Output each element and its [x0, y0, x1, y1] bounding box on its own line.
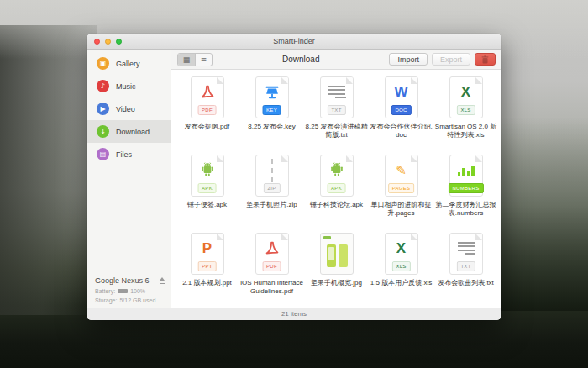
sidebar-item-gallery[interactable]: ▣ Gallery [87, 52, 171, 75]
zipper-glyph [271, 159, 273, 182]
file-name: 坚果手机照片.zip [246, 201, 297, 209]
file-name: 发布会歌曲列表.txt [438, 279, 494, 287]
file-name: 锤子科技论坛.apk [310, 201, 363, 209]
file-name: 锤子便签.apk [187, 201, 227, 209]
file-tile[interactable]: APK 锤子科技论坛.apk [304, 155, 369, 233]
device-info: Google Nexus 6 Battery: 100% Storage: 5/… [95, 276, 166, 303]
pdf-file-icon: PDF [255, 233, 289, 275]
android-robot-glyph [328, 161, 346, 180]
file-name: 发布会合作伙伴介绍.doc [369, 123, 433, 140]
pdf-file-icon: PDF [191, 76, 224, 118]
main-panel: ▦ ≡ Download Import Export [171, 50, 501, 308]
sidebar-item-label: Download [116, 128, 150, 136]
excel-x-glyph: X [461, 84, 470, 101]
file-type-badge: APK [197, 183, 217, 193]
file-grid: PDF 发布会提纲.pdf KEY 8.25 发布会.key [171, 70, 501, 308]
file-tile[interactable]: PDF 发布会提纲.pdf [175, 76, 239, 155]
file-tile[interactable]: APK 锤子便签.apk [175, 155, 239, 233]
file-name: 第二季度财务汇总报表.numbers [433, 201, 498, 218]
file-name: 8.25 发布会演讲稿精简版.txt [304, 123, 369, 140]
desktop-background-trees [491, 118, 588, 311]
music-icon: ♪ [97, 80, 109, 92]
sidebar-item-label: Video [116, 105, 135, 113]
grid-view-button[interactable]: ▦ [178, 54, 195, 66]
adobe-pdf-glyph [263, 239, 281, 258]
file-tile[interactable]: ZIP 坚果手机照片.zip [239, 155, 304, 233]
txt-file-icon: TXT [449, 233, 483, 275]
zoom-button[interactable] [116, 39, 122, 45]
phone-back-graphic [339, 244, 348, 267]
bar-chart-glyph [458, 165, 475, 176]
file-tile[interactable]: 坚果手机概览.jpg [304, 233, 369, 308]
text-lines-glyph [328, 83, 346, 101]
download-icon: ↓ [97, 125, 109, 138]
desktop-background-cliff [0, 25, 97, 315]
trash-icon [481, 55, 489, 64]
file-type-badge: ZIP [263, 183, 280, 193]
file-tile[interactable]: NUMBERS 第二季度财务汇总报表.numbers [433, 155, 498, 233]
minimize-button[interactable] [105, 39, 111, 45]
file-type-badge: TXT [456, 261, 475, 271]
import-button[interactable]: Import [389, 53, 428, 66]
apk-file-icon: APK [320, 155, 354, 197]
view-toggle: ▦ ≡ [177, 53, 213, 66]
file-type-badge: PAGES [388, 183, 415, 193]
window-title: SmartFinder [87, 34, 501, 49]
keynote-file-icon: KEY [255, 76, 289, 118]
storage-label: Storage: [95, 297, 117, 303]
file-name: 8.25 发布会.key [248, 123, 295, 131]
txt-file-icon: TXT [320, 76, 354, 118]
sidebar-item-label: Gallery [116, 60, 140, 68]
list-view-button[interactable]: ≡ [195, 54, 212, 66]
close-button[interactable] [94, 39, 100, 45]
adobe-pdf-glyph [198, 83, 217, 102]
eject-icon[interactable] [159, 277, 166, 284]
file-tile[interactable]: W DOC 发布会合作伙伴介绍.doc [369, 76, 433, 155]
file-tile[interactable]: X XLS Smartisan OS 2.0 新特性列表.xls [433, 76, 498, 155]
sidebar-item-files[interactable]: ▤ Files [87, 143, 171, 166]
sidebar-item-music[interactable]: ♪ Music [87, 75, 171, 97]
file-type-badge: XLS [456, 105, 475, 115]
file-name: 发布会提纲.pdf [185, 123, 229, 131]
doc-file-icon: W DOC [385, 76, 418, 118]
jpg-thumbnail [320, 233, 354, 275]
phone-front-graphic [327, 244, 336, 267]
android-robot-glyph [198, 161, 217, 180]
ppt-file-icon: P PPT [191, 233, 224, 275]
file-type-badge: PDF [262, 261, 281, 271]
storage-value: 5/12 GB used [119, 297, 155, 303]
battery-icon [118, 289, 128, 294]
thumbnail-logo [323, 236, 331, 239]
xls-file-icon: X XLS [449, 76, 483, 118]
export-button[interactable]: Export [432, 53, 470, 66]
file-name: 2.1 版本规划.ppt [182, 279, 232, 287]
sidebar-item-label: Files [116, 150, 132, 159]
zip-file-icon: ZIP [255, 155, 289, 197]
file-name: 1.5 版本用户反馈.xls [370, 279, 432, 287]
file-type-badge: PPT [197, 261, 217, 271]
file-name: 坚果手机概览.jpg [311, 279, 362, 287]
file-tile[interactable]: PDF iOS Human Interface Guidelines.pdf [239, 233, 304, 308]
file-tile[interactable]: KEY 8.25 发布会.key [239, 76, 304, 155]
file-tile[interactable]: P PPT 2.1 版本规划.ppt [175, 233, 239, 308]
powerpoint-p-glyph: P [202, 240, 212, 257]
file-tile[interactable]: X XLS 1.5 版本用户反馈.xls [369, 233, 433, 308]
status-bar: 21 items [87, 308, 501, 320]
file-type-badge: PDF [197, 105, 217, 115]
file-type-badge: DOC [391, 105, 411, 115]
sidebar-item-video[interactable]: ▶ Video [87, 97, 171, 120]
file-tile[interactable]: ✎ PAGES 单口相声的进阶和提升.pages [369, 155, 433, 233]
file-name: 单口相声的进阶和提升.pages [369, 201, 433, 218]
titlebar[interactable]: SmartFinder [87, 34, 501, 50]
pages-file-icon: ✎ PAGES [385, 155, 418, 197]
word-w-glyph: W [394, 84, 407, 101]
delete-button[interactable] [475, 53, 496, 66]
sidebar-item-download[interactable]: ↓ Download [87, 120, 171, 143]
toolbar: ▦ ≡ Download Import Export [171, 50, 501, 70]
file-tile[interactable]: TXT 发布会歌曲列表.txt [433, 233, 498, 308]
apk-file-icon: APK [191, 155, 224, 197]
video-icon: ▶ [97, 103, 109, 115]
pencil-glyph: ✎ [396, 163, 407, 178]
file-tile[interactable]: TXT 8.25 发布会演讲稿精简版.txt [304, 76, 369, 155]
file-type-badge: TXT [327, 105, 345, 115]
